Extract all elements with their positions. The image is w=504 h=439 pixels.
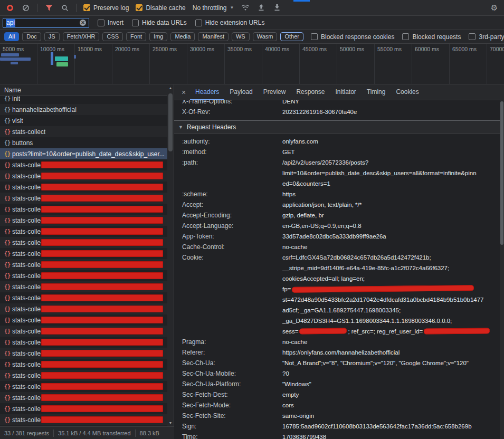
type-chip-ws[interactable]: WS — [232, 32, 250, 41]
search-button[interactable] — [60, 3, 69, 12]
checkbox-3rd-party-requests[interactable]: 3rd-party requests — [469, 33, 504, 41]
type-chip-font[interactable]: Font — [126, 32, 146, 41]
clear-filter-icon[interactable]: ✕ — [80, 20, 86, 26]
tab-preview[interactable]: Preview — [258, 84, 291, 100]
scrollbar-track[interactable] — [167, 91, 174, 419]
hide-extension-urls-checkbox[interactable]: Hide extension URLs — [195, 19, 265, 26]
redaction-mark — [41, 294, 163, 301]
type-chip-js[interactable]: JS — [44, 32, 60, 41]
header-row: Referer:https://onlyfans.com/hannaheliza… — [182, 347, 500, 358]
request-row[interactable]: {}stats-collect — [0, 326, 168, 337]
tab-cookies[interactable]: Cookies — [391, 84, 424, 100]
request-row[interactable]: {}stats-collect — [0, 292, 168, 303]
requests-scrollbar[interactable]: ▲ ▼ — [167, 84, 174, 426]
type-chip-wasm[interactable]: Wasm — [253, 32, 278, 41]
request-row[interactable]: {}stats-collect — [0, 403, 168, 414]
resource-type-icon: {} — [4, 184, 12, 190]
request-row[interactable]: {}stats-collect — [0, 204, 168, 215]
request-row[interactable]: {}stats-collect — [0, 226, 168, 237]
header-name: :path: — [182, 157, 282, 189]
request-row[interactable]: {}stats-collect — [0, 314, 168, 326]
header-name: Sign: — [182, 421, 282, 432]
request-row[interactable]: {}stats-collect — [0, 303, 168, 314]
request-row[interactable]: {}stats-collect — [0, 170, 168, 182]
type-chip-fetch-xhr[interactable]: Fetch/XHR — [63, 32, 100, 41]
checkbox-blocked-response-cookies[interactable]: Blocked response cookies — [311, 33, 394, 41]
record-button[interactable] — [5, 3, 14, 12]
header-value: csrf=LdfcGX4Sa72db06824c657db26a5d142472… — [282, 252, 500, 337]
tab-timing[interactable]: Timing — [362, 84, 391, 100]
throttling-dropdown[interactable]: No throttling ▼ — [193, 4, 234, 12]
request-row[interactable]: {}stats-collect — [0, 281, 168, 292]
filter-input[interactable]: api ✕ — [3, 18, 89, 28]
tab-response[interactable]: Response — [291, 84, 330, 100]
scrollbar-thumb[interactable] — [168, 93, 173, 151]
tab-initiator[interactable]: Initiator — [330, 84, 361, 100]
request-row[interactable]: {}buttons — [0, 137, 168, 148]
clear-button[interactable] — [21, 3, 30, 12]
request-row[interactable]: {}stats-collect — [0, 359, 168, 370]
timeline-overview[interactable]: 5000 ms10000 ms15000 ms20000 ms25000 ms3… — [0, 44, 504, 84]
request-row[interactable]: {}stats-collect — [0, 259, 168, 270]
name-column-header[interactable]: Name — [0, 84, 168, 96]
request-name: hannahelizabethofficial — [12, 106, 77, 113]
request-row[interactable]: {}stats-collect — [0, 126, 168, 137]
request-name: stats-collect — [12, 161, 45, 169]
close-details-icon[interactable]: × — [177, 88, 190, 97]
invert-checkbox[interactable]: Invert — [98, 19, 123, 26]
type-chip-css[interactable]: CSS — [102, 32, 123, 41]
scroll-up-icon[interactable]: ▲ — [169, 84, 173, 91]
request-row[interactable]: {}stats-collect — [0, 215, 168, 226]
request-list: {}init{}hannahelizabethofficial{}visit{}… — [0, 96, 168, 426]
type-chip-doc[interactable]: Doc — [22, 32, 41, 41]
export-har-button[interactable] — [272, 3, 281, 12]
settings-gear-icon[interactable]: ⚙ — [490, 3, 499, 12]
type-chip-all[interactable]: All — [4, 32, 19, 41]
type-chip-img[interactable]: Img — [149, 32, 167, 41]
request-row[interactable]: {}stats-collect — [0, 370, 168, 381]
scroll-down-icon[interactable]: ▼ — [169, 419, 173, 426]
request-row[interactable]: {}stats-collect — [0, 348, 168, 359]
request-name: stats-collect — [12, 383, 45, 390]
header-row: :path:/api2/v2/users/20572336/posts?limi… — [182, 157, 500, 189]
redaction-mark — [41, 350, 163, 357]
request-row[interactable]: {}stats-collect — [0, 248, 168, 259]
network-conditions-button[interactable] — [241, 3, 250, 12]
type-chip-other[interactable]: Other — [280, 32, 303, 41]
requests-pane: Name {}init{}hannahelizabethofficial{}vi… — [0, 84, 174, 439]
request-row[interactable]: {}stats-collect — [0, 237, 168, 248]
request-row[interactable]: {}stats-collect — [0, 392, 168, 403]
disable-cache-checkbox[interactable]: Disable cache — [136, 4, 185, 12]
request-row[interactable]: {}stats-collect — [0, 182, 168, 193]
request-row[interactable]: {}stats-collect — [0, 193, 168, 204]
hide-data-urls-checkbox[interactable]: Hide data URLs — [132, 19, 187, 26]
type-chip-media[interactable]: Media — [170, 32, 195, 41]
request-row[interactable]: {}stats-collect — [0, 381, 168, 392]
request-row[interactable]: {}stats-collect — [0, 270, 168, 281]
request-row[interactable]: {}visit — [0, 115, 168, 126]
timeline-tick-label: 35000 ms — [225, 44, 262, 52]
request-row[interactable]: {}stats-collect — [0, 337, 168, 348]
filter-button[interactable] — [44, 3, 53, 12]
tab-headers[interactable]: Headers — [190, 84, 224, 100]
redaction-mark — [41, 184, 163, 190]
tab-payload[interactable]: Payload — [224, 84, 258, 100]
details-scrollbar[interactable] — [500, 84, 504, 439]
request-name: stats-collect — [12, 228, 45, 235]
block-icon — [22, 4, 30, 12]
invert-label: Invert — [108, 19, 123, 26]
checkbox-blocked-requests[interactable]: Blocked requests — [402, 33, 461, 41]
header-name: Sec-Ch-Ua-Mobile: — [182, 368, 282, 379]
header-name: Sec-Ch-Ua-Platform: — [182, 379, 282, 389]
request-row[interactable]: {}stats-collect — [0, 159, 168, 170]
preserve-log-checkbox[interactable]: Preserve log — [83, 4, 129, 12]
request-row[interactable]: {}stats-collect — [0, 414, 168, 425]
import-har-button[interactable] — [256, 3, 265, 12]
request-row[interactable]: {}hannahelizabethofficial — [0, 104, 168, 115]
request-row[interactable]: {}posts?limit=10&order=publish_date_desc… — [0, 148, 168, 159]
request-headers-section[interactable]: ▼ Request Headers — [174, 120, 500, 134]
type-chip-manifest[interactable]: Manifest — [198, 32, 229, 41]
header-value: 33d57ade8c02dbc5a333db99ff9ae26a — [282, 231, 500, 242]
request-row[interactable]: {}init — [0, 96, 168, 104]
scrollbar-thumb[interactable] — [500, 101, 503, 245]
